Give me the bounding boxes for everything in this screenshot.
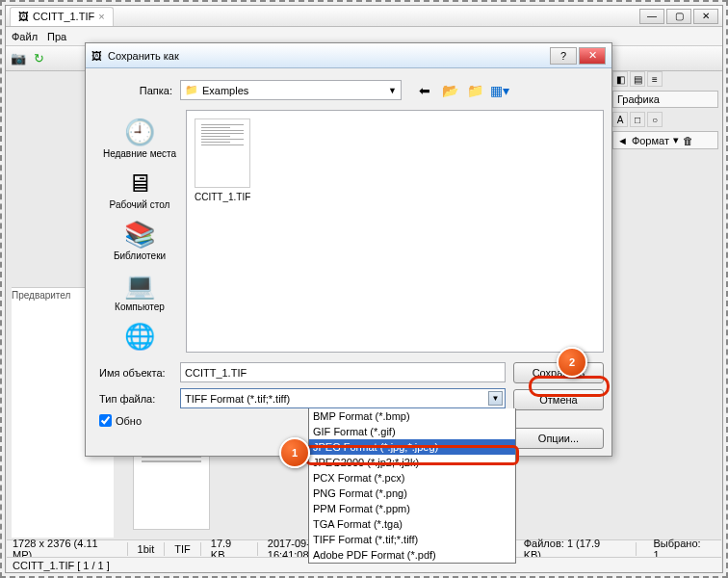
- filetype-option[interactable]: GIF Format (*.gif): [309, 424, 515, 439]
- camera-icon[interactable]: 📷: [10, 50, 27, 67]
- filetype-options-list[interactable]: BMP Format (*.bmp)GIF Format (*.gif)JPEG…: [308, 408, 516, 564]
- close-icon[interactable]: ×: [98, 11, 104, 22]
- dialog-titlebar: 🖼 Сохранить как ? ✕: [86, 43, 611, 68]
- right-sidebar: ◧ ▤ ≡ Графика A □ ○ ◄ Формат ▾ 🗑: [612, 71, 718, 495]
- place-recent[interactable]: 🕘 Недавние места: [93, 114, 186, 163]
- panel-label: Графика: [617, 93, 660, 105]
- places-bar: 🕘 Недавние места 🖥 Рабочий стол 📚 Библио…: [93, 110, 186, 353]
- format-panel[interactable]: ◄ Формат ▾ 🗑: [612, 131, 718, 149]
- tab-icon: 🖼: [18, 11, 29, 22]
- network-icon: 🌐: [122, 322, 157, 351]
- view-mode-icon[interactable]: ▦▾: [490, 81, 509, 100]
- graphics-panel[interactable]: Графика: [612, 91, 718, 108]
- app-icon: 🖼: [91, 50, 102, 62]
- window-tab-bar: 🖼 CCITT_1.TIF × — ▢ ✕: [6, 6, 722, 27]
- filetype-option[interactable]: TIFF Format (*.tif;*.tiff): [309, 532, 515, 547]
- dialog-help-button[interactable]: ?: [550, 47, 577, 65]
- filetype-label: Тип файла:: [93, 393, 172, 405]
- menu-edit[interactable]: Пра: [47, 31, 66, 42]
- back-arrow-icon: ◄: [617, 135, 628, 146]
- status-format: TIF: [174, 543, 191, 555]
- tool-icon[interactable]: □: [630, 112, 645, 127]
- desktop-icon: 🖥: [122, 169, 157, 197]
- place-network[interactable]: 🌐: [93, 318, 186, 355]
- refresh-icon[interactable]: ↻: [30, 50, 47, 67]
- dialog-title: Сохранить как: [108, 50, 179, 62]
- folder-label: Папка:: [93, 85, 172, 96]
- tab-title: CCITT_1.TIF: [33, 11, 94, 22]
- main-window: 🖼 CCITT_1.TIF × — ▢ ✕ Файл Пра 📷 ↻ ◧ ▤ ≡…: [5, 5, 723, 573]
- filename-label: Имя объекта:: [93, 367, 172, 379]
- update-checkbox[interactable]: [99, 414, 112, 427]
- filetype-option[interactable]: JPEG Format (*.jpg;*.jpeg): [309, 439, 515, 455]
- folder-icon: 📁: [185, 84, 198, 96]
- filetype-option[interactable]: TGA Format (*.tga): [309, 516, 515, 532]
- filetype-option[interactable]: PPM Format (*.ppm): [309, 501, 515, 516]
- panel-label: Формат: [632, 135, 669, 146]
- filetype-value: TIFF Format (*.tif;*.tiff): [185, 393, 290, 405]
- filetype-option[interactable]: PCX Format (*.pcx): [309, 470, 515, 486]
- place-libraries[interactable]: 📚 Библиотеки: [93, 216, 186, 265]
- callout-marker-1: 1: [279, 437, 310, 468]
- filetype-option[interactable]: Adobe PDF Format (*.pdf): [309, 547, 515, 563]
- cancel-button[interactable]: Отмена: [513, 389, 604, 410]
- new-folder-icon[interactable]: 📁: [465, 81, 484, 100]
- maximize-button[interactable]: ▢: [666, 9, 691, 24]
- computer-icon: 💻: [122, 271, 157, 300]
- tool-icon[interactable]: ▤: [630, 71, 645, 87]
- file-indicator: CCITT_1.TIF [ 1 / 1 ]: [13, 560, 110, 571]
- filename-input[interactable]: [180, 362, 506, 382]
- filetype-dropdown[interactable]: TIFF Format (*.tif;*.tiff) ▼: [180, 388, 506, 408]
- folder-dropdown[interactable]: 📁 Examples ▼: [180, 80, 402, 100]
- dialog-close-button[interactable]: ✕: [579, 47, 606, 65]
- tool-icon[interactable]: A: [612, 112, 628, 127]
- tool-icon[interactable]: ◧: [612, 71, 628, 87]
- window-controls: — ▢ ✕: [639, 9, 718, 24]
- recent-icon: 🕘: [122, 118, 157, 146]
- trash-icon[interactable]: 🗑: [683, 135, 693, 146]
- options-button[interactable]: Опции...: [513, 428, 604, 449]
- chevron-down-icon: ▼: [388, 86, 397, 95]
- tool-icon[interactable]: ≡: [647, 71, 663, 87]
- dropdown-icon: ▾: [673, 134, 679, 146]
- tool-icon[interactable]: ○: [647, 112, 663, 127]
- folder-value: Examples: [202, 85, 248, 96]
- filetype-option[interactable]: JPEG2000 (*.jp2;*.j2k): [309, 455, 515, 470]
- up-folder-icon[interactable]: 📂: [440, 81, 459, 100]
- place-desktop[interactable]: 🖥 Рабочий стол: [93, 165, 186, 214]
- filetype-option[interactable]: PNG Format (*.png): [309, 486, 515, 501]
- menu-file[interactable]: Файл: [12, 31, 38, 42]
- file-item[interactable]: CCITT_1.TIF: [195, 118, 250, 202]
- back-icon[interactable]: ⬅: [415, 81, 434, 100]
- callout-marker-2: 2: [557, 347, 587, 378]
- close-button[interactable]: ✕: [693, 9, 718, 24]
- chevron-down-icon: ▼: [488, 391, 503, 406]
- libraries-icon: 📚: [122, 220, 157, 249]
- checkbox-label: Обно: [116, 415, 142, 427]
- filetype-option[interactable]: BMP Format (*.bmp): [309, 408, 515, 424]
- file-list-area[interactable]: CCITT_1.TIF: [186, 110, 604, 353]
- document-tab[interactable]: 🖼 CCITT_1.TIF ×: [10, 7, 114, 26]
- file-thumbnail: [195, 118, 250, 188]
- minimize-button[interactable]: —: [639, 9, 664, 24]
- status-bitdepth: 1bit: [138, 543, 155, 555]
- save-as-dialog: 🖼 Сохранить как ? ✕ Папка: 📁 Examples ▼ …: [85, 42, 612, 457]
- place-computer[interactable]: 💻 Компьютер: [93, 267, 186, 316]
- file-name: CCITT_1.TIF: [195, 192, 250, 202]
